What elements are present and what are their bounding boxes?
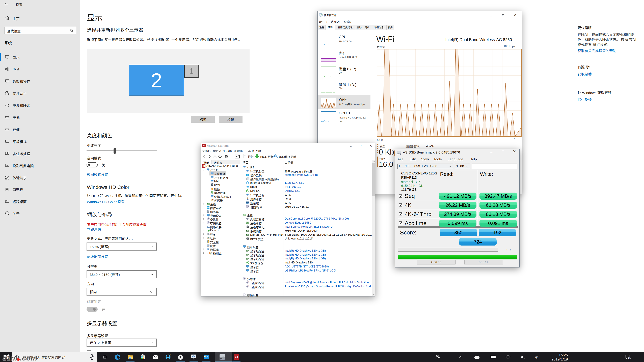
svg-text:1: 1 — [629, 357, 630, 360]
